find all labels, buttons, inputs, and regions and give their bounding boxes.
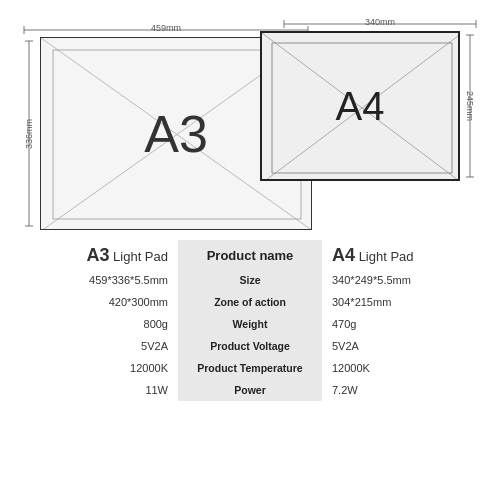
spec-left-4: 12000K bbox=[10, 357, 178, 379]
spec-left-3: 5V2A bbox=[10, 335, 178, 357]
spec-mid-4: Product Temperature bbox=[178, 357, 322, 379]
spec-left-1: 420*300mm bbox=[10, 291, 178, 313]
spec-right-5: 7.2W bbox=[322, 379, 490, 401]
spec-right-4: 12000K bbox=[322, 357, 490, 379]
spec-left-0: 459*336*5.5mm bbox=[10, 269, 178, 291]
specs-table: A3 Light Pad Product name A4 Light Pad 4… bbox=[10, 240, 490, 401]
a4-header: A4 Light Pad bbox=[322, 240, 490, 269]
spec-mid-0: Size bbox=[178, 269, 322, 291]
spec-left-5: 11W bbox=[10, 379, 178, 401]
specs-table-section: A3 Light Pad Product name A4 Light Pad 4… bbox=[0, 230, 500, 500]
a3-label: A3 bbox=[144, 104, 208, 164]
product-name-header: Product name bbox=[178, 240, 322, 269]
a3-light-label: Light Pad bbox=[109, 249, 168, 264]
a4-pad: A4 bbox=[260, 31, 460, 181]
spec-left-2: 800g bbox=[10, 313, 178, 335]
a3-height-dim: 336mm bbox=[20, 37, 38, 230]
a4-light-label: Light Pad bbox=[355, 249, 414, 264]
size-comparison-diagram: 459mm 336mm A3 bbox=[20, 15, 480, 230]
spec-right-3: 5V2A bbox=[322, 335, 490, 357]
table-header-row: A3 Light Pad Product name A4 Light Pad bbox=[10, 240, 490, 269]
a3-header: A3 Light Pad bbox=[10, 240, 178, 269]
spec-mid-5: Power bbox=[178, 379, 322, 401]
table-row: 800gWeight470g bbox=[10, 313, 490, 335]
spec-right-0: 340*249*5.5mm bbox=[322, 269, 490, 291]
a3-bold-label: A3 bbox=[86, 245, 109, 265]
table-row: 420*300mmZone of action304*215mm bbox=[10, 291, 490, 313]
spec-right-2: 470g bbox=[322, 313, 490, 335]
diagram-section: 459mm 336mm A3 bbox=[0, 0, 500, 230]
a4-width-dim: 340mm bbox=[280, 17, 480, 27]
table-row: 11WPower7.2W bbox=[10, 379, 490, 401]
table-row: 5V2AProduct Voltage5V2A bbox=[10, 335, 490, 357]
a4-bold-label: A4 bbox=[332, 245, 355, 265]
a4-width-line bbox=[280, 17, 480, 31]
spec-mid-2: Weight bbox=[178, 313, 322, 335]
spec-mid-3: Product Voltage bbox=[178, 335, 322, 357]
table-row: 459*336*5.5mmSize340*249*5.5mm bbox=[10, 269, 490, 291]
spec-right-1: 304*215mm bbox=[322, 291, 490, 313]
table-row: 12000KProduct Temperature12000K bbox=[10, 357, 490, 379]
a4-height-dim: 245mm bbox=[460, 31, 480, 181]
spec-mid-1: Zone of action bbox=[178, 291, 322, 313]
a4-label: A4 bbox=[336, 84, 385, 129]
